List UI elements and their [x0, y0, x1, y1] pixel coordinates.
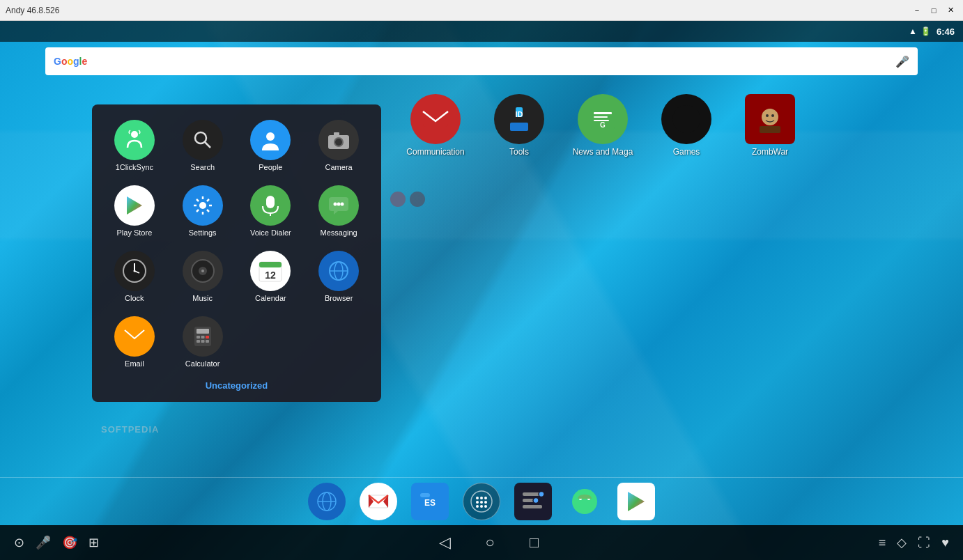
taskbar-android[interactable] — [566, 483, 603, 520]
nav-grid-icon[interactable]: ⊞ — [88, 535, 99, 550]
nav-heart-icon[interactable]: ♥ — [941, 536, 949, 550]
google-logo: Google — [54, 56, 87, 67]
calendar-icon: 12 — [250, 251, 291, 291]
1clicksync-label: 1ClickSync — [116, 163, 153, 171]
app-clock[interactable]: Clock — [103, 247, 166, 306]
restore-button[interactable]: □ — [927, 3, 941, 17]
people-icon — [250, 120, 291, 160]
svg-line-17 — [197, 210, 199, 212]
nav-recents-icon[interactable]: □ — [530, 534, 539, 552]
svg-point-75 — [484, 501, 487, 504]
svg-line-16 — [207, 199, 209, 201]
desktop-icons: Communication ID Tools G — [390, 87, 963, 164]
app-voicedialer[interactable]: Voice Dialer — [240, 181, 302, 241]
status-time: 6:46 — [937, 26, 955, 37]
nav-crosshair-icon[interactable]: 🎯 — [62, 535, 77, 550]
svg-rect-40 — [197, 336, 200, 339]
app-calculator[interactable]: Calculator — [171, 312, 234, 372]
drawer-footer: Uncategorized — [103, 380, 370, 391]
app-search[interactable]: Search — [171, 116, 234, 176]
nav-back-icon[interactable]: ◁ — [439, 534, 451, 552]
svg-rect-45 — [206, 340, 209, 343]
nav-home-icon[interactable]: ○ — [486, 534, 495, 552]
navbar: ⊙ 🎤 🎯 ⊞ ◁ ○ □ ≡ ◇ ⛶ ♥ — [0, 525, 963, 560]
taskbar-playstore[interactable] — [617, 483, 655, 520]
games-label: Games — [673, 147, 700, 157]
desktop-icon-tools[interactable]: ID Tools — [488, 94, 550, 157]
svg-rect-52 — [594, 116, 608, 118]
svg-point-74 — [480, 501, 483, 504]
svg-point-6 — [335, 139, 342, 146]
svg-point-84 — [572, 489, 597, 514]
app-playstore[interactable]: Play Store — [103, 181, 166, 241]
svg-rect-44 — [201, 340, 204, 343]
svg-text:ES: ES — [424, 498, 436, 508]
nav-fullscreen-icon[interactable]: ⛶ — [918, 536, 930, 550]
app-email[interactable]: Email — [103, 312, 166, 372]
svg-point-71 — [480, 497, 483, 499]
desktop-icon-games[interactable]: Games — [655, 94, 718, 157]
music-label: Music — [192, 294, 213, 302]
nav-mic-icon[interactable]: 🎤 — [36, 535, 51, 550]
voicedialer-icon — [250, 185, 291, 226]
svg-rect-49 — [510, 123, 528, 131]
nav-left: ⊙ 🎤 🎯 ⊞ — [0, 535, 113, 550]
desktop-icon-news[interactable]: G News and Maga — [571, 94, 634, 157]
1clicksync-icon — [114, 120, 155, 160]
svg-rect-7 — [334, 132, 339, 136]
desktop-icon-communication[interactable]: Communication — [404, 94, 467, 157]
communication-label: Communication — [406, 147, 464, 157]
taskbar-settings[interactable] — [514, 483, 552, 520]
svg-point-76 — [476, 505, 479, 508]
page-dot-2 — [410, 192, 425, 207]
svg-point-72 — [484, 497, 487, 499]
google-search-bar[interactable]: Google 🎤 — [45, 47, 918, 75]
nav-target-icon[interactable]: ⊙ — [14, 535, 24, 550]
svg-line-14 — [197, 199, 199, 201]
app-settings[interactable]: Settings — [171, 181, 234, 241]
app-title: Andy 46.8.526 — [6, 6, 910, 15]
svg-rect-42 — [206, 336, 209, 339]
android-screen: ▲ 🔋 6:46 Google 🎤 1Clic — [0, 21, 963, 560]
app-browser[interactable]: Browser — [307, 247, 370, 306]
svg-rect-60 — [760, 126, 780, 133]
svg-rect-81 — [523, 505, 542, 508]
settings-label: Settings — [189, 228, 217, 237]
nav-menu-icon[interactable]: ≡ — [879, 536, 886, 550]
zombwar-icon — [745, 94, 795, 144]
svg-marker-89 — [628, 492, 645, 511]
communication-icon — [410, 94, 461, 144]
page-dot-1 — [390, 192, 406, 207]
taskbar-browser[interactable] — [308, 483, 346, 520]
desktop-icon-zombwar[interactable]: ZombWar — [739, 94, 801, 157]
app-camera[interactable]: Camera — [307, 116, 370, 176]
nav-diamond-icon[interactable]: ◇ — [897, 535, 907, 550]
close-button[interactable]: ✕ — [943, 3, 957, 17]
svg-point-73 — [476, 501, 479, 504]
microphone-icon[interactable]: 🎤 — [895, 55, 909, 68]
nav-right: ≡ ◇ ⛶ ♥ — [865, 535, 963, 550]
svg-point-1 — [195, 132, 206, 143]
news-icon: G — [578, 94, 628, 144]
app-calendar[interactable]: 12 Calendar — [240, 247, 302, 306]
search-icon — [183, 120, 223, 160]
app-messaging[interactable]: Messaging — [307, 181, 370, 241]
taskbar-gmail[interactable] — [360, 483, 397, 520]
news-label: News and Maga — [573, 147, 633, 157]
svg-point-0 — [131, 131, 138, 138]
app-music[interactable]: Music — [171, 247, 234, 306]
svg-rect-32 — [259, 262, 282, 267]
playstore-label: Play Store — [117, 228, 153, 237]
svg-point-70 — [476, 497, 479, 499]
email-label: Email — [125, 359, 144, 368]
minimize-button[interactable]: − — [910, 3, 924, 17]
svg-rect-39 — [197, 329, 209, 334]
app-1clicksync[interactable]: 1ClickSync — [103, 116, 166, 176]
taskbar-esfile[interactable]: ES — [411, 483, 449, 520]
app-people[interactable]: People — [240, 116, 302, 176]
app-grid: 1ClickSync Search Peop — [103, 116, 370, 372]
svg-rect-67 — [420, 493, 430, 497]
taskbar-app-drawer[interactable] — [463, 483, 500, 520]
titlebar: Andy 46.8.526 − □ ✕ — [0, 0, 963, 21]
calculator-icon — [183, 316, 223, 357]
